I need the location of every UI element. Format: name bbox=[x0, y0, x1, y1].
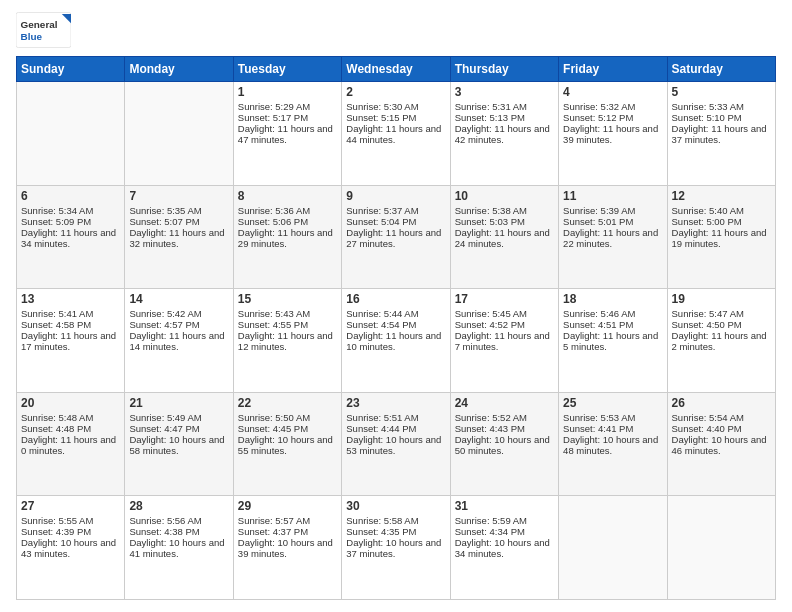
day-info: Sunrise: 5:57 AM bbox=[238, 515, 337, 526]
day-number: 2 bbox=[346, 85, 445, 99]
calendar-cell: 30Sunrise: 5:58 AMSunset: 4:35 PMDayligh… bbox=[342, 496, 450, 600]
day-info: Sunrise: 5:38 AM bbox=[455, 205, 554, 216]
day-number: 20 bbox=[21, 396, 120, 410]
calendar-cell: 23Sunrise: 5:51 AMSunset: 4:44 PMDayligh… bbox=[342, 392, 450, 496]
calendar-cell: 27Sunrise: 5:55 AMSunset: 4:39 PMDayligh… bbox=[17, 496, 125, 600]
day-info: Sunrise: 5:55 AM bbox=[21, 515, 120, 526]
week-row-5: 27Sunrise: 5:55 AMSunset: 4:39 PMDayligh… bbox=[17, 496, 776, 600]
day-info: Sunset: 5:04 PM bbox=[346, 216, 445, 227]
calendar-cell bbox=[559, 496, 667, 600]
day-info: Sunrise: 5:58 AM bbox=[346, 515, 445, 526]
day-number: 27 bbox=[21, 499, 120, 513]
day-info: Daylight: 11 hours and 19 minutes. bbox=[672, 227, 771, 249]
day-info: Sunrise: 5:53 AM bbox=[563, 412, 662, 423]
day-info: Sunrise: 5:49 AM bbox=[129, 412, 228, 423]
day-info: Sunset: 4:58 PM bbox=[21, 319, 120, 330]
calendar-cell: 15Sunrise: 5:43 AMSunset: 4:55 PMDayligh… bbox=[233, 289, 341, 393]
calendar-cell: 11Sunrise: 5:39 AMSunset: 5:01 PMDayligh… bbox=[559, 185, 667, 289]
calendar-cell: 2Sunrise: 5:30 AMSunset: 5:15 PMDaylight… bbox=[342, 82, 450, 186]
day-info: Sunrise: 5:34 AM bbox=[21, 205, 120, 216]
day-info: Daylight: 10 hours and 39 minutes. bbox=[238, 537, 337, 559]
day-info: Daylight: 11 hours and 32 minutes. bbox=[129, 227, 228, 249]
weekday-header-saturday: Saturday bbox=[667, 57, 775, 82]
day-number: 18 bbox=[563, 292, 662, 306]
day-info: Sunset: 4:34 PM bbox=[455, 526, 554, 537]
day-info: Daylight: 10 hours and 58 minutes. bbox=[129, 434, 228, 456]
day-info: Sunrise: 5:59 AM bbox=[455, 515, 554, 526]
day-info: Sunrise: 5:51 AM bbox=[346, 412, 445, 423]
day-number: 8 bbox=[238, 189, 337, 203]
day-info: Daylight: 10 hours and 55 minutes. bbox=[238, 434, 337, 456]
day-info: Sunset: 5:15 PM bbox=[346, 112, 445, 123]
calendar-cell: 12Sunrise: 5:40 AMSunset: 5:00 PMDayligh… bbox=[667, 185, 775, 289]
calendar-cell: 25Sunrise: 5:53 AMSunset: 4:41 PMDayligh… bbox=[559, 392, 667, 496]
day-number: 19 bbox=[672, 292, 771, 306]
day-info: Sunset: 4:41 PM bbox=[563, 423, 662, 434]
day-number: 10 bbox=[455, 189, 554, 203]
calendar-cell bbox=[17, 82, 125, 186]
day-info: Sunset: 5:13 PM bbox=[455, 112, 554, 123]
day-info: Sunrise: 5:47 AM bbox=[672, 308, 771, 319]
day-info: Daylight: 11 hours and 10 minutes. bbox=[346, 330, 445, 352]
day-number: 31 bbox=[455, 499, 554, 513]
page: General Blue SundayMondayTuesdayWednesda… bbox=[0, 0, 792, 612]
calendar-cell: 13Sunrise: 5:41 AMSunset: 4:58 PMDayligh… bbox=[17, 289, 125, 393]
day-info: Daylight: 11 hours and 22 minutes. bbox=[563, 227, 662, 249]
day-info: Sunrise: 5:31 AM bbox=[455, 101, 554, 112]
day-number: 29 bbox=[238, 499, 337, 513]
day-info: Sunset: 5:00 PM bbox=[672, 216, 771, 227]
day-number: 11 bbox=[563, 189, 662, 203]
day-info: Sunrise: 5:35 AM bbox=[129, 205, 228, 216]
day-number: 1 bbox=[238, 85, 337, 99]
day-info: Sunrise: 5:44 AM bbox=[346, 308, 445, 319]
day-number: 4 bbox=[563, 85, 662, 99]
day-number: 9 bbox=[346, 189, 445, 203]
logo: General Blue bbox=[16, 12, 71, 48]
weekday-header-thursday: Thursday bbox=[450, 57, 558, 82]
day-info: Sunrise: 5:29 AM bbox=[238, 101, 337, 112]
day-info: Sunset: 4:39 PM bbox=[21, 526, 120, 537]
day-info: Sunset: 4:40 PM bbox=[672, 423, 771, 434]
day-info: Sunset: 5:17 PM bbox=[238, 112, 337, 123]
calendar-cell: 18Sunrise: 5:46 AMSunset: 4:51 PMDayligh… bbox=[559, 289, 667, 393]
day-info: Sunset: 4:55 PM bbox=[238, 319, 337, 330]
calendar-cell: 9Sunrise: 5:37 AMSunset: 5:04 PMDaylight… bbox=[342, 185, 450, 289]
day-info: Sunrise: 5:50 AM bbox=[238, 412, 337, 423]
day-info: Daylight: 11 hours and 37 minutes. bbox=[672, 123, 771, 145]
weekday-header-tuesday: Tuesday bbox=[233, 57, 341, 82]
day-number: 22 bbox=[238, 396, 337, 410]
svg-rect-0 bbox=[16, 12, 71, 47]
week-row-4: 20Sunrise: 5:48 AMSunset: 4:48 PMDayligh… bbox=[17, 392, 776, 496]
calendar-cell: 26Sunrise: 5:54 AMSunset: 4:40 PMDayligh… bbox=[667, 392, 775, 496]
day-info: Sunset: 4:57 PM bbox=[129, 319, 228, 330]
day-number: 7 bbox=[129, 189, 228, 203]
day-number: 21 bbox=[129, 396, 228, 410]
day-info: Daylight: 11 hours and 42 minutes. bbox=[455, 123, 554, 145]
calendar-cell: 4Sunrise: 5:32 AMSunset: 5:12 PMDaylight… bbox=[559, 82, 667, 186]
day-info: Daylight: 11 hours and 39 minutes. bbox=[563, 123, 662, 145]
day-info: Sunset: 4:54 PM bbox=[346, 319, 445, 330]
day-info: Sunset: 4:37 PM bbox=[238, 526, 337, 537]
day-number: 5 bbox=[672, 85, 771, 99]
calendar-cell bbox=[125, 82, 233, 186]
day-info: Sunset: 5:09 PM bbox=[21, 216, 120, 227]
day-info: Sunset: 4:44 PM bbox=[346, 423, 445, 434]
day-number: 25 bbox=[563, 396, 662, 410]
day-info: Daylight: 10 hours and 43 minutes. bbox=[21, 537, 120, 559]
header: General Blue bbox=[16, 12, 776, 48]
day-info: Daylight: 11 hours and 34 minutes. bbox=[21, 227, 120, 249]
calendar-body: 1Sunrise: 5:29 AMSunset: 5:17 PMDaylight… bbox=[17, 82, 776, 600]
day-number: 12 bbox=[672, 189, 771, 203]
day-info: Sunrise: 5:37 AM bbox=[346, 205, 445, 216]
day-info: Sunrise: 5:32 AM bbox=[563, 101, 662, 112]
day-info: Daylight: 11 hours and 0 minutes. bbox=[21, 434, 120, 456]
svg-text:Blue: Blue bbox=[21, 31, 43, 42]
day-info: Sunrise: 5:30 AM bbox=[346, 101, 445, 112]
day-info: Sunrise: 5:48 AM bbox=[21, 412, 120, 423]
day-info: Daylight: 11 hours and 44 minutes. bbox=[346, 123, 445, 145]
day-info: Daylight: 10 hours and 50 minutes. bbox=[455, 434, 554, 456]
day-info: Daylight: 11 hours and 7 minutes. bbox=[455, 330, 554, 352]
calendar-cell: 28Sunrise: 5:56 AMSunset: 4:38 PMDayligh… bbox=[125, 496, 233, 600]
day-info: Sunset: 4:38 PM bbox=[129, 526, 228, 537]
day-info: Daylight: 11 hours and 12 minutes. bbox=[238, 330, 337, 352]
